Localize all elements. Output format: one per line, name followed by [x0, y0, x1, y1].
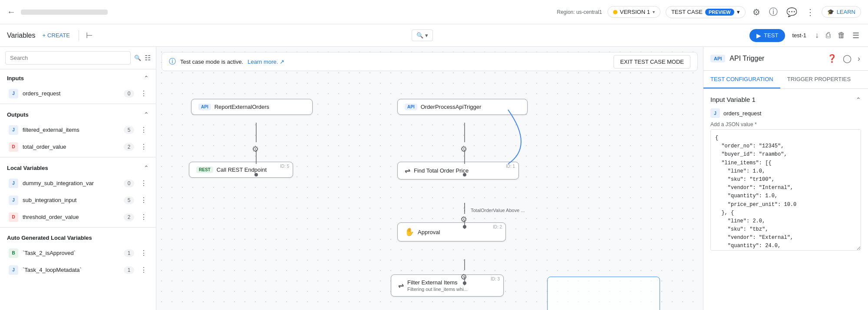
right-panel-header: API API Trigger ❓ ◯ › [703, 47, 868, 71]
node-filter-external-items[interactable]: ⇌ Filter External Items Filtering out li… [391, 274, 504, 297]
list-item[interactable]: B `Task_2_isApproved` 1 ⋮ [0, 245, 156, 261]
var-menu-icon[interactable]: ⋮ [139, 178, 149, 188]
node-id: ID: 5 [280, 164, 289, 169]
test-run-label: TEST [764, 32, 778, 39]
test-case-button[interactable]: TEST CASE PREVIEW ▾ [666, 6, 746, 18]
search-input[interactable] [5, 51, 131, 65]
var-badge: 5 [124, 126, 134, 134]
filter-icon[interactable]: ☷ [145, 54, 151, 62]
node-call-rest-endpoint[interactable]: REST Call REST Endpoint ID: 5 [189, 162, 293, 178]
connector-dot [463, 225, 466, 228]
node-approval[interactable]: ✋ Approval ID: 2 [397, 222, 506, 241]
search-icon[interactable]: 🔍 [134, 55, 141, 61]
collapse-icon[interactable]: ⊢ [84, 29, 95, 42]
second-toolbar: Variables + CREATE ⊢ 🔍 ▾ ▶ TEST test-1 ↓… [0, 24, 868, 47]
connector-dot [463, 173, 466, 176]
local-vars-title: Local Variables [7, 165, 48, 171]
zoom-button[interactable]: 🔍 ▾ [412, 29, 433, 41]
input-var-collapse-icon[interactable]: ⌃ [856, 96, 861, 103]
api-badge: API [710, 55, 725, 62]
node-find-total-order-price[interactable]: ⇌ Find Total Order Price ID: 1 [397, 162, 519, 179]
var-badge: 2 [124, 213, 134, 221]
node-type-rest-label: REST [196, 166, 213, 173]
list-item[interactable]: D threshold_order_value 2 ⋮ [0, 209, 156, 225]
create-button[interactable]: + CREATE [39, 29, 73, 41]
node-id: ID: 3 [491, 277, 500, 281]
node-title: ReportExternalOrders [215, 104, 269, 110]
variables-title: Variables [7, 32, 36, 39]
var-menu-icon[interactable]: ⋮ [139, 142, 149, 152]
var-menu-icon[interactable]: ⋮ [139, 265, 149, 275]
var-menu-icon[interactable]: ⋮ [139, 248, 149, 258]
learn-more-link[interactable]: Learn more. ↗ [248, 59, 284, 65]
var-menu-icon[interactable]: ⋮ [139, 212, 149, 222]
filter-icon: ⇌ [398, 281, 404, 290]
var-icon-list: J [9, 125, 18, 135]
info-icon: ⓘ [169, 57, 176, 66]
exit-test-case-button[interactable]: EXIT TEST CASE MODE [614, 55, 690, 69]
learn-icon: 🎓 [827, 9, 834, 15]
var-badge: 1 [124, 249, 134, 257]
canvas-area[interactable]: ⓘ Test case mode is active. Learn more. … [156, 47, 703, 310]
list-item[interactable]: J dummy_sub_integration_var 0 ⋮ [0, 175, 156, 192]
top-bar: ← Region: us-central1 VERSION 1 ▾ TEST C… [0, 0, 868, 24]
info-icon[interactable]: ⓘ [767, 4, 779, 20]
back-button[interactable]: ← [7, 7, 16, 17]
json-label: Add a JSON value * [710, 121, 861, 127]
help-icon[interactable]: ❓ [826, 53, 838, 64]
var-name: sub_integration_input [23, 197, 119, 203]
step-gear-icon[interactable]: ⚙ [460, 215, 467, 224]
list-item[interactable]: J filtered_external_items 5 ⋮ [0, 121, 156, 138]
test-run-button[interactable]: ▶ TEST [749, 29, 785, 42]
outputs-title: Outputs [7, 111, 29, 118]
var-name: `Task_4_loopMetadata` [23, 267, 119, 273]
settings-icon[interactable]: ⚙ [751, 5, 762, 19]
tab-trigger-properties[interactable]: TRIGGER PROPERTIES [780, 71, 858, 88]
node-title: OrderProcessApiTrigger [421, 104, 482, 110]
more-icon[interactable]: ⋮ [804, 5, 816, 19]
zoom-icon: 🔍 [416, 32, 423, 39]
step-gear-icon[interactable]: ⚙ [460, 144, 467, 154]
step-gear-icon[interactable]: ⚙ [460, 272, 467, 282]
var-menu-icon[interactable]: ⋮ [139, 195, 149, 205]
notification-icon[interactable]: ◯ [842, 53, 852, 64]
learn-button[interactable]: 🎓 LEARN [822, 6, 861, 18]
var-icon-json: J [9, 196, 18, 205]
node-title: Call REST Endpoint [217, 166, 267, 173]
tab-test-configuration[interactable]: TEST CONFIGURATION [703, 71, 780, 88]
node-report-external-orders[interactable]: API ReportExternalOrders [191, 99, 313, 115]
auto-vars-section-header[interactable]: Auto Generated Local Variables [0, 229, 156, 245]
var-name: orders_request [23, 90, 119, 97]
list-item[interactable]: J sub_integration_input 5 ⋮ [0, 192, 156, 209]
node-title: Filter External Items [407, 279, 468, 286]
create-plus-icon: + [43, 32, 46, 39]
list-item[interactable]: D total_order_value 2 ⋮ [0, 138, 156, 155]
var-icon-json: J [9, 179, 18, 188]
var-menu-icon[interactable]: ⋮ [139, 88, 149, 98]
list-item[interactable]: J `Task_4_loopMetadata` 1 ⋮ [0, 261, 156, 278]
chat-icon[interactable]: 💬 [785, 5, 799, 19]
var-badge: 0 [124, 179, 134, 187]
json-value-input[interactable] [710, 129, 861, 251]
var-name: filtered_external_items [23, 127, 119, 133]
node-subtitle: Filtering out line_items whi... [407, 287, 468, 292]
var-badge: 0 [124, 90, 134, 98]
delete-icon[interactable]: 🗑 [836, 29, 847, 42]
download-icon[interactable]: ↓ [813, 29, 821, 42]
step-gear-icon[interactable]: ⚙ [252, 144, 259, 154]
copy-icon[interactable]: ⎙ [824, 29, 832, 42]
inputs-section-header[interactable]: Inputs ⌃ [0, 69, 156, 85]
version-button[interactable]: VERSION 1 ▾ [607, 6, 660, 18]
input-variable-section: Input Variable 1 ⌃ J orders_request Add … [710, 96, 861, 252]
version-label: VERSION 1 [620, 9, 650, 15]
main-layout: 🔍 ☷ Inputs ⌃ J orders_request 0 ⋮ Output… [0, 47, 868, 310]
expand-icon[interactable]: › [857, 53, 861, 64]
node-order-process-api-trigger[interactable]: API OrderProcessApiTrigger [397, 99, 528, 115]
overflow-menu-icon[interactable]: ☰ [851, 29, 861, 42]
outputs-section-header[interactable]: Outputs ⌃ [0, 106, 156, 121]
local-vars-section-header[interactable]: Local Variables ⌃ [0, 159, 156, 175]
right-panel-tabs: TEST CONFIGURATION TRIGGER PROPERTIES [703, 71, 868, 89]
list-item[interactable]: J orders_request 0 ⋮ [0, 85, 156, 102]
var-menu-icon[interactable]: ⋮ [139, 125, 149, 135]
sidebar-content: Inputs ⌃ J orders_request 0 ⋮ Outputs ⌃ … [0, 69, 156, 310]
